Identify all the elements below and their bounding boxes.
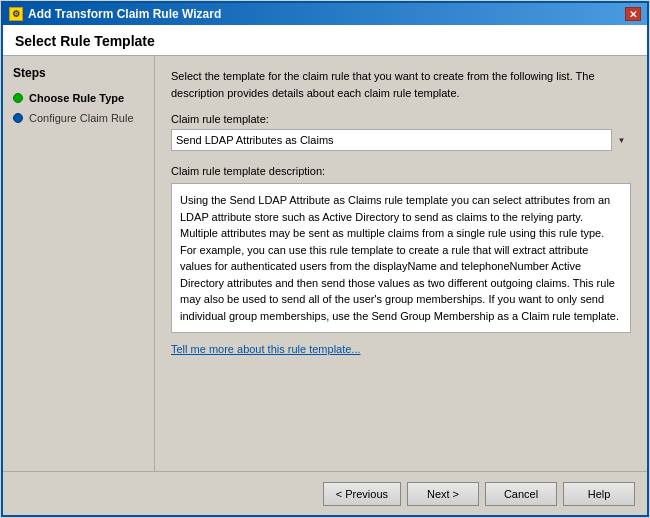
next-button[interactable]: Next > bbox=[407, 482, 479, 506]
wizard-window: ⚙ Add Transform Claim Rule Wizard ✕ Sele… bbox=[1, 1, 649, 517]
footer: < Previous Next > Cancel Help bbox=[3, 471, 647, 515]
claim-rule-template-dropdown[interactable]: Send LDAP Attributes as Claims Send Grou… bbox=[171, 129, 631, 151]
window-title: Add Transform Claim Rule Wizard bbox=[28, 7, 221, 21]
step-dot-2 bbox=[13, 113, 23, 123]
wizard-icon: ⚙ bbox=[9, 7, 23, 21]
claim-rule-template-dropdown-wrapper: Send LDAP Attributes as Claims Send Grou… bbox=[171, 129, 631, 151]
description-box: Using the Send LDAP Attribute as Claims … bbox=[171, 183, 631, 333]
close-button[interactable]: ✕ bbox=[625, 7, 641, 21]
instruction-text: Select the template for the claim rule t… bbox=[171, 68, 631, 101]
dropdown-label: Claim rule template: bbox=[171, 113, 631, 125]
sidebar-item-choose-rule-type[interactable]: Choose Rule Type bbox=[3, 88, 154, 108]
sidebar-title: Steps bbox=[3, 66, 154, 88]
description-label: Claim rule template description: bbox=[171, 165, 631, 177]
page-title: Select Rule Template bbox=[15, 33, 635, 49]
title-bar: ⚙ Add Transform Claim Rule Wizard ✕ bbox=[3, 3, 647, 25]
content-area: Steps Choose Rule Type Configure Claim R… bbox=[3, 56, 647, 471]
sidebar-item-configure-claim-rule[interactable]: Configure Claim Rule bbox=[3, 108, 154, 128]
cancel-button[interactable]: Cancel bbox=[485, 482, 557, 506]
sidebar-item-label-2: Configure Claim Rule bbox=[29, 112, 134, 124]
sidebar-item-label-1: Choose Rule Type bbox=[29, 92, 124, 104]
learn-more-link[interactable]: Tell me more about this rule template... bbox=[171, 343, 361, 355]
title-bar-left: ⚙ Add Transform Claim Rule Wizard bbox=[9, 7, 221, 21]
help-button[interactable]: Help bbox=[563, 482, 635, 506]
step-dot-1 bbox=[13, 93, 23, 103]
main-content: Select the template for the claim rule t… bbox=[155, 56, 647, 471]
sidebar: Steps Choose Rule Type Configure Claim R… bbox=[3, 56, 155, 471]
page-header: Select Rule Template bbox=[3, 25, 647, 56]
previous-button[interactable]: < Previous bbox=[323, 482, 401, 506]
